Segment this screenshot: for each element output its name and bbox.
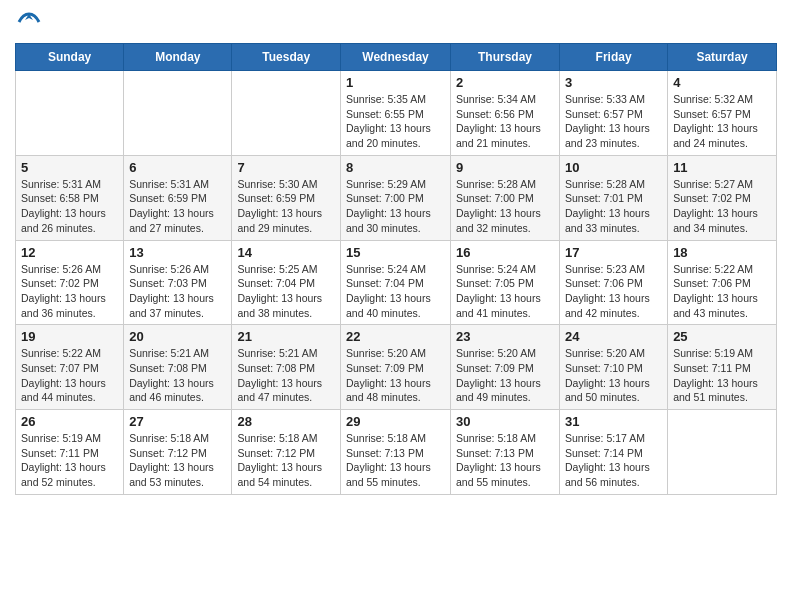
weekday-header-row: SundayMondayTuesdayWednesdayThursdayFrid… [16, 44, 777, 71]
day-info: Sunrise: 5:18 AMSunset: 7:13 PMDaylight:… [346, 431, 445, 490]
day-number: 29 [346, 414, 445, 429]
day-number: 1 [346, 75, 445, 90]
day-cell: 11Sunrise: 5:27 AMSunset: 7:02 PMDayligh… [668, 155, 777, 240]
day-cell: 14Sunrise: 5:25 AMSunset: 7:04 PMDayligh… [232, 240, 341, 325]
day-info: Sunrise: 5:31 AMSunset: 6:58 PMDaylight:… [21, 177, 118, 236]
day-info: Sunrise: 5:33 AMSunset: 6:57 PMDaylight:… [565, 92, 662, 151]
day-number: 14 [237, 245, 335, 260]
day-number: 27 [129, 414, 226, 429]
day-cell: 7Sunrise: 5:30 AMSunset: 6:59 PMDaylight… [232, 155, 341, 240]
day-info: Sunrise: 5:25 AMSunset: 7:04 PMDaylight:… [237, 262, 335, 321]
day-number: 12 [21, 245, 118, 260]
day-cell: 19Sunrise: 5:22 AMSunset: 7:07 PMDayligh… [16, 325, 124, 410]
day-cell: 23Sunrise: 5:20 AMSunset: 7:09 PMDayligh… [451, 325, 560, 410]
week-row-1: 1Sunrise: 5:35 AMSunset: 6:55 PMDaylight… [16, 71, 777, 156]
day-cell: 2Sunrise: 5:34 AMSunset: 6:56 PMDaylight… [451, 71, 560, 156]
day-cell [668, 410, 777, 495]
day-number: 15 [346, 245, 445, 260]
day-cell: 31Sunrise: 5:17 AMSunset: 7:14 PMDayligh… [560, 410, 668, 495]
week-row-4: 19Sunrise: 5:22 AMSunset: 7:07 PMDayligh… [16, 325, 777, 410]
day-cell: 6Sunrise: 5:31 AMSunset: 6:59 PMDaylight… [124, 155, 232, 240]
day-cell: 15Sunrise: 5:24 AMSunset: 7:04 PMDayligh… [341, 240, 451, 325]
calendar-table: SundayMondayTuesdayWednesdayThursdayFrid… [15, 43, 777, 495]
day-cell: 1Sunrise: 5:35 AMSunset: 6:55 PMDaylight… [341, 71, 451, 156]
header [15, 10, 777, 39]
day-info: Sunrise: 5:22 AMSunset: 7:06 PMDaylight:… [673, 262, 771, 321]
day-info: Sunrise: 5:27 AMSunset: 7:02 PMDaylight:… [673, 177, 771, 236]
day-number: 2 [456, 75, 554, 90]
day-cell [16, 71, 124, 156]
day-number: 18 [673, 245, 771, 260]
weekday-header-tuesday: Tuesday [232, 44, 341, 71]
day-cell: 22Sunrise: 5:20 AMSunset: 7:09 PMDayligh… [341, 325, 451, 410]
day-number: 30 [456, 414, 554, 429]
day-info: Sunrise: 5:29 AMSunset: 7:00 PMDaylight:… [346, 177, 445, 236]
day-info: Sunrise: 5:20 AMSunset: 7:09 PMDaylight:… [456, 346, 554, 405]
day-cell: 21Sunrise: 5:21 AMSunset: 7:08 PMDayligh… [232, 325, 341, 410]
day-number: 17 [565, 245, 662, 260]
day-cell: 4Sunrise: 5:32 AMSunset: 6:57 PMDaylight… [668, 71, 777, 156]
day-info: Sunrise: 5:28 AMSunset: 7:01 PMDaylight:… [565, 177, 662, 236]
day-number: 21 [237, 329, 335, 344]
day-info: Sunrise: 5:35 AMSunset: 6:55 PMDaylight:… [346, 92, 445, 151]
weekday-header-saturday: Saturday [668, 44, 777, 71]
weekday-header-friday: Friday [560, 44, 668, 71]
day-cell: 25Sunrise: 5:19 AMSunset: 7:11 PMDayligh… [668, 325, 777, 410]
day-info: Sunrise: 5:34 AMSunset: 6:56 PMDaylight:… [456, 92, 554, 151]
day-info: Sunrise: 5:18 AMSunset: 7:12 PMDaylight:… [237, 431, 335, 490]
day-number: 25 [673, 329, 771, 344]
page: SundayMondayTuesdayWednesdayThursdayFrid… [0, 0, 792, 505]
logo [15, 10, 41, 39]
weekday-header-monday: Monday [124, 44, 232, 71]
day-info: Sunrise: 5:32 AMSunset: 6:57 PMDaylight:… [673, 92, 771, 151]
day-number: 6 [129, 160, 226, 175]
day-number: 11 [673, 160, 771, 175]
day-info: Sunrise: 5:30 AMSunset: 6:59 PMDaylight:… [237, 177, 335, 236]
day-cell: 20Sunrise: 5:21 AMSunset: 7:08 PMDayligh… [124, 325, 232, 410]
day-number: 24 [565, 329, 662, 344]
day-info: Sunrise: 5:19 AMSunset: 7:11 PMDaylight:… [673, 346, 771, 405]
day-number: 5 [21, 160, 118, 175]
day-number: 7 [237, 160, 335, 175]
day-cell: 27Sunrise: 5:18 AMSunset: 7:12 PMDayligh… [124, 410, 232, 495]
logo-text [15, 10, 41, 39]
day-number: 16 [456, 245, 554, 260]
day-cell: 30Sunrise: 5:18 AMSunset: 7:13 PMDayligh… [451, 410, 560, 495]
day-info: Sunrise: 5:26 AMSunset: 7:02 PMDaylight:… [21, 262, 118, 321]
day-info: Sunrise: 5:26 AMSunset: 7:03 PMDaylight:… [129, 262, 226, 321]
day-cell: 10Sunrise: 5:28 AMSunset: 7:01 PMDayligh… [560, 155, 668, 240]
day-number: 9 [456, 160, 554, 175]
day-number: 10 [565, 160, 662, 175]
day-info: Sunrise: 5:17 AMSunset: 7:14 PMDaylight:… [565, 431, 662, 490]
day-info: Sunrise: 5:18 AMSunset: 7:12 PMDaylight:… [129, 431, 226, 490]
day-info: Sunrise: 5:21 AMSunset: 7:08 PMDaylight:… [129, 346, 226, 405]
day-info: Sunrise: 5:28 AMSunset: 7:00 PMDaylight:… [456, 177, 554, 236]
day-cell: 13Sunrise: 5:26 AMSunset: 7:03 PMDayligh… [124, 240, 232, 325]
weekday-header-sunday: Sunday [16, 44, 124, 71]
day-cell: 12Sunrise: 5:26 AMSunset: 7:02 PMDayligh… [16, 240, 124, 325]
day-info: Sunrise: 5:23 AMSunset: 7:06 PMDaylight:… [565, 262, 662, 321]
week-row-3: 12Sunrise: 5:26 AMSunset: 7:02 PMDayligh… [16, 240, 777, 325]
day-cell: 26Sunrise: 5:19 AMSunset: 7:11 PMDayligh… [16, 410, 124, 495]
day-cell: 3Sunrise: 5:33 AMSunset: 6:57 PMDaylight… [560, 71, 668, 156]
week-row-5: 26Sunrise: 5:19 AMSunset: 7:11 PMDayligh… [16, 410, 777, 495]
day-info: Sunrise: 5:18 AMSunset: 7:13 PMDaylight:… [456, 431, 554, 490]
day-number: 13 [129, 245, 226, 260]
day-cell: 8Sunrise: 5:29 AMSunset: 7:00 PMDaylight… [341, 155, 451, 240]
day-info: Sunrise: 5:21 AMSunset: 7:08 PMDaylight:… [237, 346, 335, 405]
day-info: Sunrise: 5:24 AMSunset: 7:04 PMDaylight:… [346, 262, 445, 321]
day-number: 23 [456, 329, 554, 344]
day-number: 28 [237, 414, 335, 429]
day-number: 26 [21, 414, 118, 429]
day-cell: 18Sunrise: 5:22 AMSunset: 7:06 PMDayligh… [668, 240, 777, 325]
day-cell: 5Sunrise: 5:31 AMSunset: 6:58 PMDaylight… [16, 155, 124, 240]
day-cell [232, 71, 341, 156]
day-cell: 16Sunrise: 5:24 AMSunset: 7:05 PMDayligh… [451, 240, 560, 325]
day-cell [124, 71, 232, 156]
day-info: Sunrise: 5:19 AMSunset: 7:11 PMDaylight:… [21, 431, 118, 490]
day-info: Sunrise: 5:31 AMSunset: 6:59 PMDaylight:… [129, 177, 226, 236]
day-number: 19 [21, 329, 118, 344]
week-row-2: 5Sunrise: 5:31 AMSunset: 6:58 PMDaylight… [16, 155, 777, 240]
day-cell: 28Sunrise: 5:18 AMSunset: 7:12 PMDayligh… [232, 410, 341, 495]
weekday-header-wednesday: Wednesday [341, 44, 451, 71]
